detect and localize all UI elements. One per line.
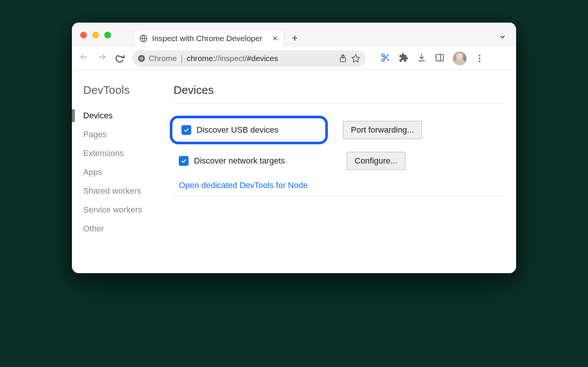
main-heading: Devices — [174, 84, 505, 96]
page-content: DevTools Devices Pages Extensions Apps S… — [72, 70, 516, 273]
window-minimize-button[interactable] — [92, 32, 99, 38]
sidebar-item-devices[interactable]: Devices — [83, 106, 170, 125]
bookmark-star-icon[interactable] — [351, 54, 360, 63]
toolbar-actions — [381, 52, 484, 65]
sidebar-item-other[interactable]: Other — [83, 219, 170, 238]
discover-network-row: Discover network targets Configure... — [174, 148, 505, 174]
browser-toolbar: Chrome | chrome://inspect/#devices — [72, 47, 516, 70]
chrome-icon — [137, 54, 146, 63]
tab-title: Inspect with Chrome Developer — [152, 34, 267, 43]
menu-icon[interactable] — [475, 54, 484, 63]
sidebar-item-service-workers[interactable]: Service workers — [83, 200, 170, 219]
discover-usb-checkbox[interactable] — [181, 125, 191, 135]
sidebar: DevTools Devices Pages Extensions Apps S… — [72, 84, 170, 273]
discover-usb-label: Discover USB devices — [197, 125, 279, 135]
browser-tab[interactable]: Inspect with Chrome Developer — [134, 29, 284, 47]
share-icon[interactable] — [338, 54, 347, 63]
side-panel-icon[interactable] — [435, 53, 445, 64]
address-bar[interactable]: Chrome | chrome://inspect/#devices — [132, 50, 366, 67]
url-text: chrome://inspect/#devices — [187, 54, 278, 63]
sidebar-item-apps[interactable]: Apps — [83, 163, 170, 182]
sidebar-heading: DevTools — [83, 84, 170, 96]
scissors-icon[interactable] — [381, 53, 390, 64]
window-maximize-button[interactable] — [104, 32, 111, 38]
svg-rect-7 — [436, 54, 443, 61]
profile-avatar[interactable] — [453, 52, 466, 65]
discover-usb-row: Discover USB devices Port forwarding... — [174, 112, 505, 148]
open-node-devtools-link[interactable]: Open dedicated DevTools for Node — [179, 174, 308, 192]
globe-icon — [139, 34, 148, 43]
window-close-button[interactable] — [80, 32, 87, 38]
discover-network-field: Discover network targets — [174, 156, 332, 166]
discover-network-checkbox[interactable] — [179, 156, 189, 166]
port-forwarding-button[interactable]: Port forwarding... — [343, 121, 422, 139]
new-tab-button[interactable]: + — [292, 33, 298, 43]
sidebar-item-extensions[interactable]: Extensions — [83, 144, 170, 163]
downloads-icon[interactable] — [417, 53, 427, 64]
check-icon — [180, 158, 187, 164]
divider — [174, 103, 505, 104]
discover-network-label: Discover network targets — [194, 156, 285, 166]
tab-strip: Inspect with Chrome Developer + — [134, 29, 511, 47]
check-icon — [183, 127, 190, 133]
svg-point-9 — [479, 57, 480, 59]
configure-button[interactable]: Configure... — [347, 152, 405, 170]
svg-point-10 — [479, 60, 480, 62]
browser-window: Inspect with Chrome Developer + Chrome — [72, 23, 516, 273]
chip-divider: | — [181, 53, 183, 64]
site-chip[interactable]: Chrome — [137, 54, 177, 63]
titlebar: Inspect with Chrome Developer + — [72, 23, 516, 47]
close-tab-icon[interactable] — [272, 35, 279, 42]
divider — [174, 196, 505, 196]
svg-point-3 — [140, 57, 143, 60]
main-panel: Devices Discover USB devices Port forwar… — [170, 84, 505, 273]
site-chip-label: Chrome — [149, 54, 177, 63]
back-button[interactable] — [79, 52, 89, 65]
reload-button[interactable] — [115, 54, 125, 63]
tabs-dropdown-icon[interactable] — [499, 33, 506, 43]
sidebar-item-pages[interactable]: Pages — [83, 125, 170, 144]
extensions-icon[interactable] — [399, 53, 408, 64]
discover-usb-field: Discover USB devices — [170, 116, 328, 144]
sidebar-item-shared-workers[interactable]: Shared workers — [83, 182, 170, 200]
svg-point-8 — [479, 55, 480, 56]
forward-button[interactable] — [97, 52, 107, 65]
traffic-lights — [80, 32, 111, 38]
